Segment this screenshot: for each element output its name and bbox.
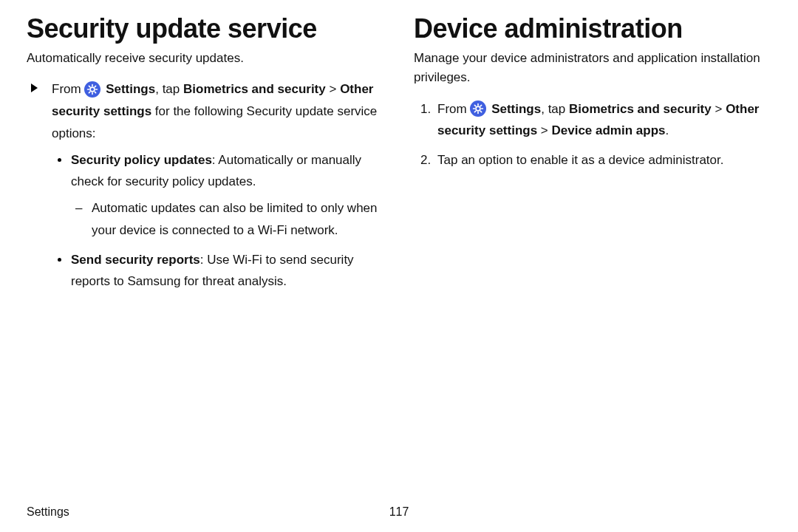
- settings-gear-icon: [84, 81, 100, 98]
- from-settings-line: From Settings, tap Biometrics and securi…: [47, 78, 384, 293]
- dash-list: Automatic updates can also be limited to…: [71, 197, 384, 242]
- footer-section: Settings: [27, 505, 69, 518]
- text: From: [437, 102, 470, 116]
- text: , tap: [155, 82, 183, 96]
- heading-device-administration: Device administration: [414, 13, 771, 44]
- text: .: [666, 123, 669, 137]
- step-1: From Settings, tap Biometrics and securi…: [434, 98, 771, 143]
- settings-label: Settings: [491, 102, 541, 116]
- dot-list: Security policy updates: Automatically o…: [52, 149, 384, 293]
- text: , tap: [541, 102, 569, 116]
- settings-gear-icon: [470, 100, 486, 117]
- right-column: Device administration Manage your device…: [414, 13, 771, 300]
- path-biometrics: Biometrics and security: [183, 82, 326, 96]
- sub-bullet-wifi-limit: Automatic updates can also be limited to…: [89, 197, 384, 242]
- heading-security-update-service: Security update service: [27, 13, 384, 44]
- text: From: [52, 82, 84, 96]
- path-biometrics: Biometrics and security: [569, 102, 712, 116]
- chevron-icon: >: [326, 82, 340, 96]
- bullet-title: Security policy updates: [71, 153, 212, 167]
- arrow-list: From Settings, tap Biometrics and securi…: [27, 78, 384, 293]
- page-footer: Settings 117: [27, 505, 771, 519]
- path-device-admin-apps: Device admin apps: [551, 123, 665, 137]
- settings-label: Settings: [106, 82, 155, 96]
- left-column: Security update service Automatically re…: [27, 13, 384, 300]
- chevron-icon: >: [537, 123, 551, 137]
- numbered-list: From Settings, tap Biometrics and securi…: [414, 98, 771, 171]
- chevron-icon: >: [712, 102, 726, 116]
- step-2: Tap an option to enable it as a device a…: [434, 149, 771, 171]
- bullet-security-policy-updates: Security policy updates: Automatically o…: [68, 149, 384, 242]
- svg-point-0: [84, 81, 100, 98]
- svg-point-2: [470, 100, 486, 117]
- bullet-title: Send security reports: [71, 253, 200, 267]
- intro-right: Manage your device administrators and ap…: [414, 49, 771, 88]
- page-number: 117: [389, 505, 409, 519]
- bullet-send-security-reports: Send security reports: Use Wi-Fi to send…: [68, 249, 384, 293]
- intro-left: Automatically receive security updates.: [27, 49, 384, 68]
